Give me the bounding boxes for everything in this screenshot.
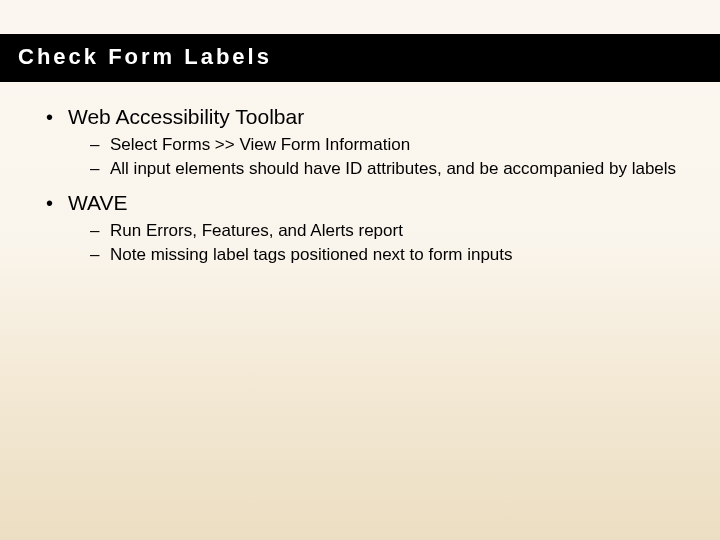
sub-list-text: Run Errors, Features, and Alerts report xyxy=(110,221,403,240)
sub-list-text: Select Forms >> View Form Information xyxy=(110,135,410,154)
bullet-list: Web Accessibility Toolbar Select Forms >… xyxy=(40,104,680,266)
sub-list-item: Select Forms >> View Form Information xyxy=(88,134,680,156)
list-item-text: Web Accessibility Toolbar xyxy=(68,105,304,128)
slide: Check Form Labels Web Accessibility Tool… xyxy=(0,0,720,540)
sub-list-item: Note missing label tags positioned next … xyxy=(88,244,680,266)
list-item: WAVE Run Errors, Features, and Alerts re… xyxy=(40,190,680,266)
list-item: Web Accessibility Toolbar Select Forms >… xyxy=(40,104,680,180)
sub-list-text: All input elements should have ID attrib… xyxy=(110,159,676,178)
sub-list: Select Forms >> View Form Information Al… xyxy=(68,134,680,180)
top-spacer xyxy=(0,0,720,34)
sub-list-item: Run Errors, Features, and Alerts report xyxy=(88,220,680,242)
sub-list-item: All input elements should have ID attrib… xyxy=(88,158,680,180)
slide-title: Check Form Labels xyxy=(18,44,272,69)
list-item-text: WAVE xyxy=(68,191,128,214)
sub-list-text: Note missing label tags positioned next … xyxy=(110,245,513,264)
sub-list: Run Errors, Features, and Alerts report … xyxy=(68,220,680,266)
slide-title-bar: Check Form Labels xyxy=(0,34,720,82)
slide-content: Web Accessibility Toolbar Select Forms >… xyxy=(0,82,720,266)
